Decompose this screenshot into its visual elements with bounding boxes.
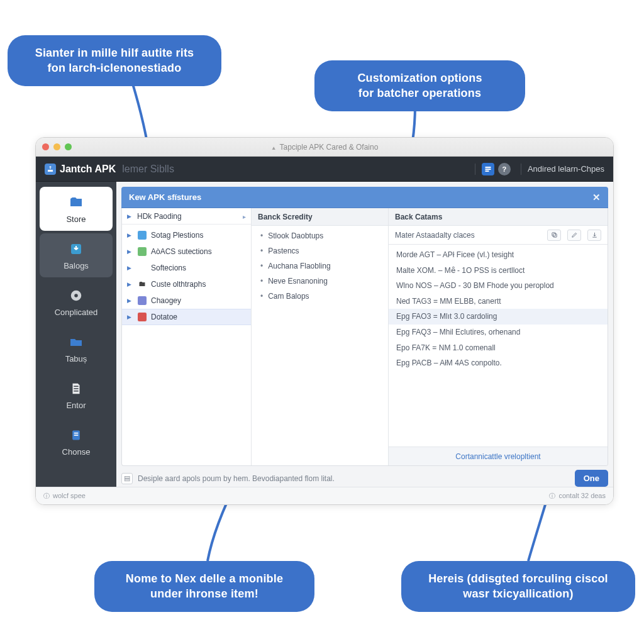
callout-text: wasr txicyallication) — [416, 586, 620, 601]
disclosure-right-icon: ▶ — [127, 281, 133, 287]
list-item[interactable]: Auchana Flaobling — [252, 258, 388, 274]
tree-label: Sotag Plestions — [151, 231, 203, 240]
work-area: Kew APK sfístures ✕ ▶ HDk Paoding ▸ ▶ — [116, 182, 613, 487]
appbar-separator — [521, 164, 521, 175]
list-item[interactable]: Stlook Daobtups — [252, 228, 388, 243]
log-line[interactable]: Epg FAO3 = Mlıt 3.0 cardoling — [389, 309, 608, 325]
column-header: Back Catams — [389, 208, 608, 226]
list-item[interactable]: Pastencs — [252, 243, 388, 258]
tree-label: HDk Paoding — [137, 212, 182, 221]
tree-item[interactable]: ▶ AòACS sutections — [122, 243, 251, 260]
svg-rect-10 — [553, 234, 557, 238]
edit-icon[interactable] — [567, 230, 581, 241]
tree-item[interactable]: ▶ Dotatoe — [122, 309, 251, 325]
disclosure-right-icon: ▶ — [127, 232, 133, 238]
log-line[interactable]: Malte XOM. – Mȇ - 1O PSS is certlloct — [389, 263, 608, 279]
log-line[interactable]: Ned TAG3 = MM ELBB, canertt — [389, 294, 608, 309]
notification-badge-icon[interactable] — [482, 163, 494, 175]
sidebar: Store Balogs Conplicated Tabuș Entor Cho… — [36, 182, 116, 487]
svg-rect-5 — [74, 435, 79, 436]
sidebar-item-label: Conplicated — [55, 308, 98, 317]
columns: ▶ HDk Paoding ▸ ▶ Sotag Plestions ▶ — [121, 208, 608, 466]
toolbar-label: Mater Astaadalty claces — [395, 231, 541, 240]
sidebar-item-conplicated[interactable]: Conplicated — [40, 280, 113, 324]
user-label[interactable]: Andired lelarn-Chpes — [528, 164, 604, 174]
column-catams: Back Catams Mater Astaadalty claces Mord… — [388, 208, 608, 465]
disclosure-right-icon: ▶ — [127, 248, 133, 255]
disclosure-right-icon: ▶ — [127, 314, 133, 320]
disclosure-right-icon: ▶ — [127, 297, 133, 304]
note-icon: ▤ — [121, 473, 133, 484]
statusbar: wolcf spee contalt 32 deas — [36, 487, 613, 504]
app-window: Tapciple APK Cared & Ofaino Jantch APK l… — [35, 137, 614, 505]
tree-item[interactable]: ▶ Chaogey — [122, 292, 251, 309]
sidebar-item-label: Entor — [66, 401, 86, 410]
page-icon — [67, 426, 85, 444]
brand-name: Jantch APK — [60, 164, 116, 175]
svg-point-2 — [74, 294, 78, 297]
tree-label: Dotatoe — [151, 313, 177, 321]
list-item[interactable]: Cam Balops — [252, 289, 388, 304]
list-label: Neve Esnanoning — [268, 277, 328, 286]
gear-icon — [67, 287, 85, 304]
download-icon[interactable] — [587, 230, 601, 241]
tree-item[interactable]: ▶ Softecions — [122, 260, 251, 276]
one-button[interactable]: One — [575, 470, 608, 487]
column-title: Banck Scredity — [258, 213, 313, 221]
panel-header: Kew APK sfístures ✕ — [121, 187, 608, 208]
tree-item[interactable]: ▶ HDk Paoding ▸ — [122, 208, 251, 225]
help-badge-icon[interactable]: ? — [498, 163, 511, 175]
log-body: Morde AGT – APł Ficee (vl.) tesight Malt… — [389, 245, 608, 447]
callout-text: Customization options — [357, 72, 482, 84]
list-label: Pastencs — [268, 247, 299, 255]
column-scredity: Banck Scredity Stlook Daobtups Pastencs … — [251, 208, 388, 465]
download-icon — [67, 240, 85, 258]
chevron-right-icon: ▸ — [243, 213, 246, 220]
close-panel-icon[interactable]: ✕ — [592, 192, 601, 203]
tag-icon — [137, 296, 147, 306]
tree-item[interactable]: ▶ Custe olthtraphs — [122, 276, 251, 292]
log-line[interactable]: Morde AGT – APł Ficee (vl.) tesight — [389, 247, 608, 263]
log-footer: Cortannicattle vrelopltient — [389, 447, 608, 465]
svg-rect-9 — [138, 313, 147, 321]
titlebar: Tapciple APK Cared & Ofaino — [36, 138, 613, 157]
tree-label: AòACS sutections — [151, 247, 212, 256]
tree-label: Softecions — [151, 264, 186, 272]
sidebar-item-balogs[interactable]: Balogs — [40, 233, 113, 277]
development-link[interactable]: Cortannicattle vrelopltient — [455, 452, 540, 461]
brand-icon — [45, 164, 56, 175]
sidebar-item-label: Tabuș — [65, 354, 87, 364]
log-toolbar: Mater Astaadalty claces — [389, 226, 608, 245]
callout-text: Hereis (ddisgted forculing ciscol — [428, 572, 608, 585]
brand-subtitle: lemer Siblls — [122, 164, 174, 175]
column-categories: ▶ HDk Paoding ▸ ▶ Sotag Plestions ▶ — [122, 208, 251, 465]
sidebar-item-label: Store — [66, 214, 86, 224]
sidebar-item-chonse[interactable]: Chonse — [40, 419, 113, 464]
tree-item[interactable]: ▶ Sotag Plestions — [122, 227, 251, 243]
svg-rect-11 — [552, 233, 555, 236]
tree-label: Custe olthtraphs — [151, 280, 206, 289]
callout-top-right: Customization options for batcher operat… — [314, 60, 525, 111]
list-item[interactable]: Neve Esnanoning — [252, 274, 388, 289]
column-title: Back Catams — [395, 213, 442, 221]
log-line[interactable]: Wlno NOS – AGD - 30 BM Fhode you peroplo… — [389, 278, 608, 294]
window-title: Tapciple APK Cared & Ofaino — [36, 143, 613, 152]
sidebar-item-store[interactable]: Store — [40, 187, 113, 231]
folder-icon — [67, 194, 85, 211]
folder-open-icon — [67, 333, 85, 351]
log-line[interactable]: Epg PACB – AłM 4AS conpolto. — [389, 355, 608, 371]
sidebar-item-tabus[interactable]: Tabuș — [40, 326, 113, 370]
sidebar-item-entor[interactable]: Entor — [40, 373, 113, 417]
disclosure-right-icon: ▶ — [127, 213, 133, 219]
svg-rect-4 — [74, 433, 79, 434]
module-icon — [137, 247, 147, 257]
log-line[interactable]: Epg FAQ3 – Mhil Eclutires, orhenand — [389, 325, 608, 340]
sidebar-item-label: Balogs — [64, 261, 89, 270]
tree-label: Chaogey — [151, 296, 181, 305]
alert-icon — [137, 312, 147, 322]
sidebar-item-label: Chonse — [62, 447, 91, 457]
copy-icon[interactable] — [547, 230, 561, 241]
log-line[interactable]: Epo FA7K = NM 1.0 comenall — [389, 340, 608, 356]
callout-bottom-left: Nome to Nex delle a monible under ihrons… — [94, 561, 314, 612]
svg-rect-7 — [138, 247, 147, 256]
